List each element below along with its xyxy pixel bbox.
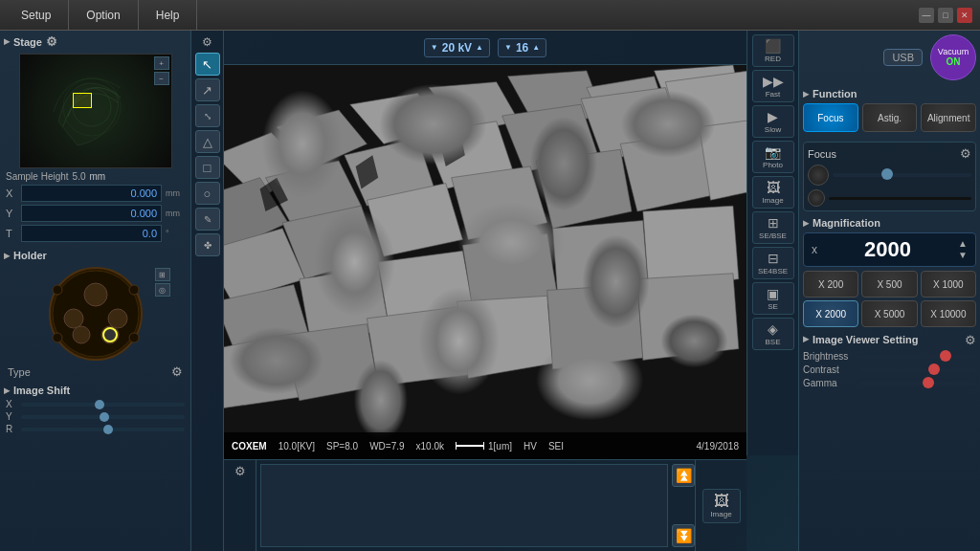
holder-icon-2[interactable]: ◎ [155,283,170,297]
sp-info: SP=8.0 [326,441,358,452]
stage-map[interactable]: + − [19,54,172,168]
svg-marker-30 [282,206,378,279]
focus-fine-slider[interactable] [829,197,971,200]
menu-setup[interactable]: Setup [4,0,69,30]
viewer-gear-icon[interactable]: ⚙ [965,333,976,347]
detector-label: SEI [548,441,564,452]
mag-down-arrow[interactable]: ▼ [958,250,968,261]
bottom-text-area: ⚙ ⏫ ⏬ 🖼 Image [224,459,746,551]
sem-image-svg [224,65,746,459]
alignment-function-btn[interactable]: Alignment [921,103,976,132]
focus-coarse-slider[interactable] [833,173,971,177]
stage-settings-icon[interactable]: ⚙ [46,34,57,49]
focus-coarse-knob[interactable] [808,165,829,186]
close-button[interactable]: ✕ [957,8,972,23]
focus-gear-icon[interactable]: ⚙ [960,146,971,161]
focus-coarse-row [808,165,971,186]
right-tool-panel: ⬛ RED ▶▶ Fast ▶ Slow 📷 Photo 🖼 Image ⊞ S [746,31,798,455]
focus-fine-row [808,189,971,207]
mode-bse-btn[interactable]: ◈ BSE [752,318,794,350]
t-coord-value[interactable]: 0.0 [21,225,162,242]
tool-text-btn[interactable]: ✎ [195,208,220,231]
usb-badge: USB [883,49,923,66]
text-content-area[interactable] [260,464,668,547]
mode-red-btn[interactable]: ⬛ RED [752,34,794,67]
menu-help[interactable]: Help [139,0,198,30]
mode-sebse-btn[interactable]: ⊞ SE/BSE [752,211,794,244]
svg-marker-44 [367,307,468,386]
stage-zoom-in-icon[interactable]: + [154,56,169,70]
contrast-row: Contrast [803,364,976,375]
mode-se-btn[interactable]: ▣ SE [752,282,794,315]
x-coord-value[interactable]: 0.000 [21,185,162,202]
mag-presets: X 200 X 500 X 1000 X 2000 X 5000 X 10000 [803,271,976,327]
tool-sidebar: ⚙ ↖ ↗ ⤡ △ □ ○ ✎ ✤ [191,31,224,551]
svg-marker-16 [277,110,367,166]
svg-marker-42 [224,336,300,409]
image-shift-y-slider[interactable] [21,415,185,419]
y-coord-value[interactable]: 0.000 [21,205,162,222]
sem-image[interactable] [224,65,746,459]
image-shift-r-slider[interactable] [21,428,185,431]
spot-down-arrow[interactable]: ▼ [504,44,512,52]
svg-marker-18 [429,82,519,133]
spot-up-arrow[interactable]: ▲ [532,44,540,52]
mode-slow-btn[interactable]: ▶ Slow [752,105,794,138]
svg-marker-47 [637,274,739,361]
mode-image-btn[interactable]: 🖼 Image [752,176,794,209]
mag-preset-2000[interactable]: X 2000 [803,300,858,327]
holder-gear-icon[interactable]: ⚙ [171,364,183,379]
mode-se4bse-btn[interactable]: ⊟ SE4BSE [752,247,794,279]
stage-header: Stage ⚙ [4,34,187,49]
mag-spinners[interactable]: ▲ ▼ [958,238,968,261]
stage-section: Stage ⚙ [4,34,187,242]
mag-preset-10000[interactable]: X 10000 [921,300,976,327]
main-image-wrapper: COXEM 10.0[KV] SP=8.0 WD=7.9 x10.0k 1[um… [224,65,746,459]
magnification-header: Magnification [803,217,976,229]
image-capture-btn[interactable]: 🖼 Image [702,489,741,523]
tool-zoom-btn[interactable]: ⤡ [195,104,220,127]
kv-up-arrow[interactable]: ▲ [476,44,483,52]
mag-preset-1000[interactable]: X 1000 [921,271,976,298]
mag-preset-200[interactable]: X 200 [803,271,858,298]
mode-photo-btn[interactable]: 📷 Photo [752,141,794,173]
focus-function-btn[interactable]: Focus [803,103,858,132]
tool-circle-btn[interactable]: ○ [195,182,220,205]
image-shift-x-slider[interactable] [21,403,185,407]
menu-option[interactable]: Option [69,0,138,30]
svg-marker-35 [700,116,746,200]
scroll-up-btn[interactable]: ⏫ [672,464,695,487]
mag-up-arrow[interactable]: ▲ [958,238,968,250]
astig-function-btn[interactable]: Astig. [862,103,918,132]
maximize-button[interactable]: □ [938,8,953,23]
contrast-slider[interactable] [861,368,976,372]
mag-preset-500[interactable]: X 500 [861,271,917,298]
focus-section: Focus ⚙ [803,142,976,211]
bottom-gear-icon[interactable]: ⚙ [234,464,246,478]
kv-control[interactable]: ▼ 20 kV ▲ [424,38,490,57]
stage-fractal-svg [39,64,145,150]
mag-preset-5000[interactable]: X 5000 [861,300,917,327]
focus-fine-knob[interactable] [808,189,825,207]
window-controls: — □ ✕ [919,8,976,23]
tool-triangle-btn[interactable]: △ [195,130,220,153]
spot-control[interactable]: ▼ 16 ▲ [498,38,546,57]
gamma-slider[interactable] [861,382,976,386]
tool-cross-btn[interactable]: ✤ [195,233,220,256]
tool-settings-icon[interactable]: ⚙ [200,34,215,50]
tool-measure-btn[interactable]: ↗ [195,78,220,101]
scroll-down-btn[interactable]: ⏬ [672,524,695,547]
tool-select-btn[interactable]: ↖ [195,53,220,76]
mag-info: x10.0k [416,441,444,452]
kv-down-arrow[interactable]: ▼ [431,44,438,52]
brightness-slider[interactable] [861,355,976,359]
image-info-bar: COXEM 10.0[KV] SP=8.0 WD=7.9 x10.0k 1[um… [224,432,746,459]
stage-selection-rect[interactable] [73,93,92,108]
tool-rect-btn[interactable]: □ [195,156,220,179]
holder-icon-1[interactable]: ⊞ [155,268,170,281]
mode-fast-btn[interactable]: ▶▶ Fast [752,70,794,102]
stage-zoom-out-icon[interactable]: − [154,72,169,85]
image-shift-header: Image Shift [4,385,187,396]
svg-point-9 [103,328,117,342]
minimize-button[interactable]: — [919,8,934,23]
